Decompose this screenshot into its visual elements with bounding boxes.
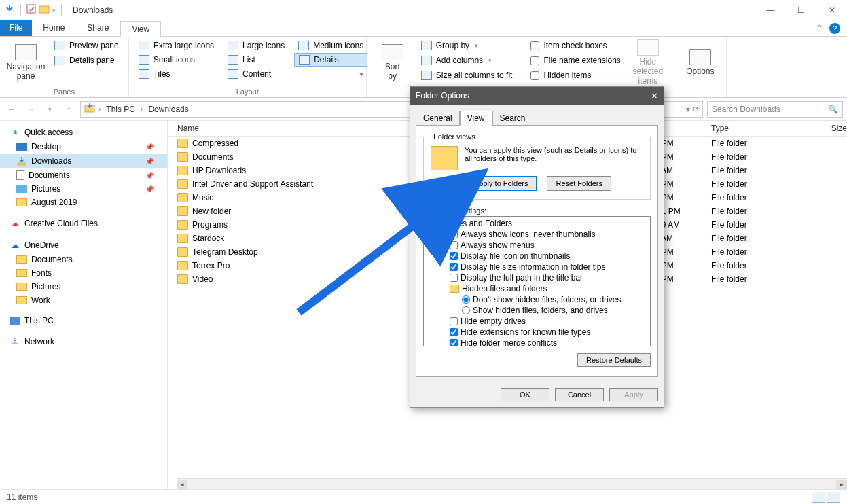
back-button[interactable]: ← [4,102,19,117]
navigation-pane-button[interactable]: Navigation pane [5,39,46,86]
content-icon [228,69,238,79]
preview-pane-icon [54,41,65,50]
refresh-icon[interactable]: ⟳ [693,105,700,114]
horizontal-scrollbar[interactable]: ◂ ▸ [177,478,847,489]
help-icon[interactable]: ? [829,23,840,34]
file-name: Programs [192,220,228,230]
tree-radio[interactable]: Show hidden files, folders, and drives [425,305,649,316]
sidebar-item-od-fonts[interactable]: Fonts [0,266,167,280]
tree-option[interactable]: Always show menus [425,240,649,251]
cancel-button[interactable]: Cancel [555,388,604,401]
sidebar-item-documents[interactable]: Documents📌 [0,168,167,182]
chevron-right-icon[interactable]: › [98,105,101,113]
breadcrumb-downloads[interactable]: Downloads [145,105,191,114]
home-tab[interactable]: Home [32,20,76,36]
column-size[interactable]: Size [806,124,847,133]
extra-large-icons-button[interactable]: Extra large icons [134,39,218,52]
search-input[interactable]: Search Downloads 🔍 [707,101,843,118]
tree-root[interactable]: Files and Folders [425,218,649,229]
group-by-button[interactable]: Group by▾ [417,39,517,52]
ok-button[interactable]: OK [501,388,549,401]
hidden-items-toggle[interactable]: Hidden items [528,69,623,82]
small-icons-button[interactable]: Small icons [134,53,218,67]
item-checkboxes-toggle[interactable]: Item check boxes [528,39,623,52]
search-icon[interactable]: 🔍 [828,105,838,114]
thispc-header[interactable]: This PC [0,314,167,327]
content-button[interactable]: Content [223,68,289,80]
file-name: Video [192,274,213,284]
thumbnails-view-button[interactable] [827,492,840,503]
sidebar-item-downloads[interactable]: Downloads📌 [0,154,167,168]
tree-option[interactable]: Hide empty drives [425,316,649,327]
checkbox-icon[interactable] [26,4,36,16]
tree-radio[interactable]: Don't show hidden files, folders, or dri… [425,294,649,305]
chevron-right-icon[interactable]: › [141,105,143,113]
group-icon [421,41,432,50]
details-button[interactable]: Details [294,53,367,67]
hide-selected-button[interactable]: Hide selected items [628,39,668,86]
close-button[interactable]: ✕ [816,0,847,20]
large-icons-button[interactable]: Large icons [223,39,289,52]
apply-to-folders-button[interactable]: Apply to Folders [465,176,537,191]
sort-by-button[interactable]: Sort by [372,39,413,86]
dialog-tab-search[interactable]: Search [492,111,533,126]
apply-button[interactable]: Apply [609,388,658,401]
creative-cloud-header[interactable]: ☁Creative Cloud Files [0,216,167,231]
advanced-settings-tree[interactable]: Files and Folders Always show icons, nev… [423,216,651,346]
sidebar-item-od-pictures[interactable]: Pictures [0,280,167,293]
layout-more-button[interactable]: ▾ [294,68,367,80]
ribbon-collapse-icon[interactable]: ⌃ [816,24,823,33]
file-name: Documents [192,152,234,162]
dialog-close-button[interactable]: ✕ [651,91,658,101]
sidebar-item-desktop[interactable]: Desktop📌 [0,140,167,154]
tree-option[interactable]: Display file size information in folder … [425,262,649,272]
folder-small-icon[interactable] [39,4,50,16]
breadcrumb-thispc[interactable]: This PC [103,105,138,114]
file-tab[interactable]: File [0,20,32,36]
restore-defaults-button[interactable]: Restore Defaults [577,353,651,367]
sidebar-item-od-work[interactable]: Work [0,293,167,307]
sidebar-item-august[interactable]: August 2019 [0,196,167,209]
address-dropdown-icon[interactable]: ▾ [686,105,690,114]
tree-option[interactable]: Always show icons, never thumbnails [425,229,649,240]
onedrive-header[interactable]: ☁OneDrive [0,238,167,253]
minimize-button[interactable]: — [755,0,786,20]
file-name: Music [192,193,213,202]
column-type[interactable]: Type [711,124,806,133]
dialog-titlebar[interactable]: Folder Options ✕ [410,87,664,105]
options-button[interactable]: Options [680,39,721,86]
sidebar-item-pictures[interactable]: Pictures📌 [0,182,167,196]
tree-option[interactable]: Display file icon on thumbnails [425,251,649,262]
dialog-tab-view[interactable]: View [460,111,492,126]
forward-button[interactable]: → [23,102,38,117]
up-button[interactable]: ↑ [61,102,76,117]
add-columns-button[interactable]: Add columns▾ [417,54,517,67]
quick-access-header[interactable]: ★Quick access [0,125,167,140]
view-tab[interactable]: View [120,21,161,37]
tree-option[interactable]: Hide folder merge conflicts [425,338,649,346]
scroll-right-button[interactable]: ▸ [836,480,847,489]
list-button[interactable]: List [223,53,289,67]
grid-icon [228,41,238,50]
tree-option[interactable]: Display the full path in the title bar [425,272,649,283]
file-type: File folder [711,206,806,216]
scroll-left-button[interactable]: ◂ [177,480,187,489]
dialog-tab-general[interactable]: General [416,111,460,126]
share-tab[interactable]: Share [76,20,120,36]
folder-views-legend: Folder views [431,132,478,141]
medium-icons-button[interactable]: Medium icons [294,39,367,52]
tree-option[interactable]: Hide extensions for known file types [425,327,649,338]
tree-hidden-group[interactable]: Hidden files and folders [425,283,649,294]
size-all-columns-button[interactable]: Size all columns to fit [417,69,517,82]
reset-folders-button[interactable]: Reset Folders [547,176,611,191]
details-view-button[interactable] [812,492,825,503]
file-extensions-toggle[interactable]: File name extensions [528,54,623,67]
tiles-button[interactable]: Tiles [134,68,218,80]
network-header[interactable]: 🖧Network [0,334,167,349]
recent-dropdown[interactable]: ▾ [42,102,57,117]
details-pane-button[interactable]: Details pane [50,54,123,67]
sidebar-item-od-documents[interactable]: Documents [0,253,167,266]
maximize-button[interactable]: ☐ [786,0,816,20]
preview-pane-button[interactable]: Preview pane [50,39,123,52]
qat-dropdown-icon[interactable]: ▾ [52,7,56,14]
